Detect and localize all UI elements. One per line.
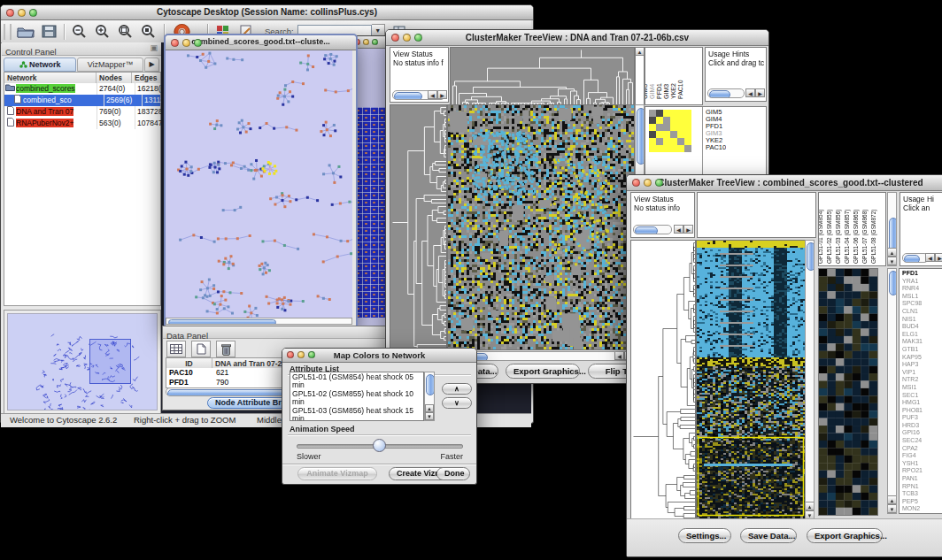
gene-label[interactable]: SEC24	[902, 437, 942, 445]
minimize-button[interactable]	[18, 9, 26, 17]
tv2-heatmap[interactable]	[696, 240, 806, 520]
tab-overflow-button[interactable]: ▶	[144, 58, 159, 72]
attribute-item[interactable]: GPL51-03 (GSM856) heat shock 15 min	[292, 407, 421, 421]
column-label[interactable]: GPL51-07 (GSM868)	[861, 210, 869, 264]
column-label[interactable]: GPL51-01 (GSM854)	[818, 210, 824, 264]
tv1-column-dendrogram[interactable]	[450, 47, 635, 105]
minimize-button[interactable]	[403, 34, 411, 42]
gene-label[interactable]: HRD3	[902, 422, 942, 430]
gene-label[interactable]: KAP95	[902, 354, 942, 362]
tv2-column-dendrogram-area[interactable]	[697, 192, 816, 238]
gene-label[interactable]: YRA1	[902, 278, 942, 286]
column-label[interactable]: GPL51-08 (GSM872)	[870, 210, 877, 264]
zoom-button[interactable]	[29, 9, 37, 17]
scroll-up-icon[interactable]: ▲	[805, 502, 815, 510]
gene-label[interactable]: BUD4	[902, 323, 942, 331]
close-button[interactable]	[6, 9, 14, 17]
zoom-in-icon[interactable]	[92, 22, 113, 42]
row-id[interactable]: PFD1	[166, 378, 212, 387]
gene-label[interactable]: CPA2	[902, 445, 942, 453]
settings-button[interactable]: Settings...	[678, 528, 731, 543]
close-button[interactable]	[632, 179, 640, 187]
gene-label[interactable]: SPC98	[902, 300, 942, 308]
column-label[interactable]: GIM3	[663, 84, 670, 99]
scroll-right-icon[interactable]: ▶	[935, 253, 942, 262]
gene-label[interactable]: MAK31	[902, 338, 942, 346]
move-down-button[interactable]: ∨	[442, 397, 472, 409]
attribute-item[interactable]: GPL51-01 (GSM854) heat shock 05 min	[292, 373, 421, 390]
tv2-row-dendrogram[interactable]	[630, 240, 696, 520]
attribute-list-vscrollbar[interactable]: ▲ ▼	[424, 372, 435, 421]
gene-label[interactable]: HMG1	[902, 399, 942, 407]
gene-label[interactable]: PAC10	[706, 144, 726, 151]
scroll-down-icon[interactable]: ▼	[887, 504, 897, 513]
move-up-button[interactable]: ∧	[442, 383, 472, 395]
zoom-button[interactable]	[308, 351, 315, 358]
network-hscrollbar[interactable]	[166, 318, 352, 325]
column-label[interactable]: GPL51-06 (GSM865)	[853, 210, 860, 264]
column-label[interactable]: GPL51-02 (GSM855)	[826, 210, 833, 264]
column-label[interactable]: GIM4	[649, 84, 656, 99]
zoom-button[interactable]	[414, 34, 422, 42]
dialog-title-bar[interactable]: Map Colors to Network	[282, 349, 476, 363]
gene-label[interactable]: RPO21	[902, 467, 942, 475]
table-icon[interactable]	[166, 341, 186, 357]
gene-label[interactable]: NTR2	[902, 376, 942, 384]
col-nodes[interactable]: Nodes	[97, 73, 132, 83]
gene-label[interactable]: PAN1	[902, 475, 942, 483]
column-label[interactable]: GPL51-04 (GSM857)	[844, 210, 851, 264]
network-row[interactable]: DNA and Tran 07769(0)183728(0)	[4, 106, 160, 118]
minimize-button[interactable]	[182, 39, 190, 47]
zoom-fit-icon[interactable]	[115, 22, 136, 42]
network-row[interactable]: RNAPuberNov2+563(0)107847(0)	[4, 118, 160, 129]
gene-label[interactable]: YKE2	[706, 137, 726, 144]
tv1-usage-hscrollbar[interactable]	[707, 88, 745, 98]
main-title-bar[interactable]: Cytoscape Desktop (Session Name: collins…	[1, 5, 533, 20]
zoom-button[interactable]	[194, 39, 202, 47]
gene-label[interactable]: SEC1	[902, 392, 942, 400]
column-label[interactable]: PAC10	[677, 80, 684, 99]
close-button[interactable]	[287, 351, 294, 358]
gene-label[interactable]: VIP1	[902, 369, 942, 377]
tv1-correlation-matrix[interactable]	[649, 110, 691, 152]
gene-label[interactable]: NIS1	[902, 316, 942, 324]
gene-label[interactable]: MSL1	[902, 293, 942, 301]
network-canvas[interactable]	[166, 50, 352, 318]
col-network[interactable]: Network	[4, 73, 97, 83]
scroll-right-icon[interactable]: ▶	[437, 90, 447, 99]
scroll-left-icon[interactable]: ◀	[925, 253, 935, 262]
close-button[interactable]	[391, 34, 399, 42]
tab-vizmapper[interactable]: VizMapper™	[77, 58, 143, 72]
open-folder-icon[interactable]	[15, 22, 36, 42]
birdseye-view-canvas[interactable]	[7, 313, 158, 410]
save-data-button[interactable]: Save Data...	[740, 528, 797, 543]
tv2-header-vscrollbar[interactable]: ▲ ▼	[887, 192, 897, 266]
gene-label[interactable]: GIM5	[706, 109, 726, 116]
export-graphics-button[interactable]: Export Graphics...	[506, 364, 580, 379]
gene-label[interactable]: PFD1	[706, 123, 726, 130]
tab-network[interactable]: Network	[4, 58, 76, 72]
gene-label[interactable]: GPI16	[902, 429, 942, 437]
minimize-button[interactable]	[644, 179, 652, 187]
tv2-zoom-heatmap[interactable]	[818, 268, 878, 516]
gene-label[interactable]: RNR4	[902, 285, 942, 293]
panel-float-icon[interactable]: ▣	[150, 43, 158, 52]
gene-label[interactable]: ELG1	[902, 331, 942, 339]
gene-label[interactable]: RPN1	[902, 483, 942, 491]
scroll-up-icon[interactable]: ▲	[635, 47, 645, 56]
network-title-bar[interactable]: combined_scores_good.txt--cluste...	[166, 35, 356, 50]
column-label[interactable]: YKE2	[670, 83, 677, 99]
tv2-status-hscrollbar[interactable]	[633, 225, 672, 234]
zoom-out-icon[interactable]	[69, 22, 90, 42]
gene-label[interactable]: MON2	[902, 505, 942, 513]
treeview1-title-bar[interactable]: ClusterMaker TreeView : DNA and Tran 07-…	[386, 30, 768, 46]
gene-label[interactable]: YSH1	[902, 460, 942, 468]
treeview2-title-bar[interactable]: ClusterMaker TreeView : combined_scores_…	[627, 175, 942, 191]
export-graphics-button[interactable]: Export Graphics...	[807, 528, 883, 543]
scroll-down-icon[interactable]: ▼	[887, 257, 897, 265]
scroll-right-icon[interactable]: ▶	[755, 88, 765, 97]
gene-label[interactable]: CLN1	[902, 308, 942, 316]
gene-label[interactable]: TCB3	[902, 490, 942, 498]
gene-label[interactable]: MSI1	[902, 384, 942, 392]
gene-label[interactable]: PUF3	[902, 414, 942, 422]
